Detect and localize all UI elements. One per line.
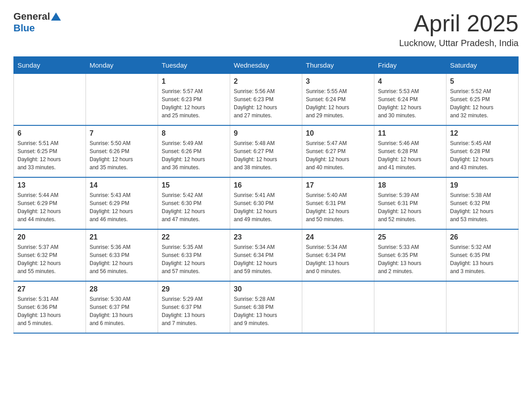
day-number: 4 <box>378 77 442 86</box>
calendar-cell <box>302 281 374 333</box>
month-title: April 2025 <box>399 11 519 36</box>
day-info: Sunrise: 5:34 AM Sunset: 6:34 PM Dayligh… <box>234 243 298 275</box>
day-info: Sunrise: 5:50 AM Sunset: 6:26 PM Dayligh… <box>90 139 154 171</box>
day-info: Sunrise: 5:57 AM Sunset: 6:23 PM Dayligh… <box>162 87 226 120</box>
day-info: Sunrise: 5:30 AM Sunset: 6:37 PM Dayligh… <box>90 295 154 327</box>
day-info: Sunrise: 5:47 AM Sunset: 6:27 PM Dayligh… <box>306 139 370 171</box>
calendar-week-row: 1Sunrise: 5:57 AM Sunset: 6:23 PM Daylig… <box>14 74 519 126</box>
calendar-cell: 27Sunrise: 5:31 AM Sunset: 6:36 PM Dayli… <box>14 281 86 333</box>
calendar-cell: 7Sunrise: 5:50 AM Sunset: 6:26 PM Daylig… <box>86 125 158 177</box>
calendar-cell: 8Sunrise: 5:49 AM Sunset: 6:26 PM Daylig… <box>158 125 230 177</box>
day-info: Sunrise: 5:29 AM Sunset: 6:37 PM Dayligh… <box>162 295 226 327</box>
weekday-header-row: SundayMondayTuesdayWednesdayThursdayFrid… <box>14 57 519 74</box>
day-info: Sunrise: 5:55 AM Sunset: 6:24 PM Dayligh… <box>306 87 370 120</box>
day-number: 10 <box>306 129 370 137</box>
calendar-cell: 9Sunrise: 5:48 AM Sunset: 6:27 PM Daylig… <box>230 125 302 177</box>
day-number: 21 <box>90 233 154 241</box>
day-info: Sunrise: 5:40 AM Sunset: 6:31 PM Dayligh… <box>306 191 370 223</box>
day-info: Sunrise: 5:38 AM Sunset: 6:32 PM Dayligh… <box>450 191 515 223</box>
calendar-cell <box>446 281 519 333</box>
calendar-cell: 19Sunrise: 5:38 AM Sunset: 6:32 PM Dayli… <box>446 177 519 229</box>
calendar-cell: 2Sunrise: 5:56 AM Sunset: 6:23 PM Daylig… <box>230 74 302 126</box>
day-info: Sunrise: 5:53 AM Sunset: 6:24 PM Dayligh… <box>378 87 442 120</box>
page-header: General Blue April 2025 Lucknow, Uttar P… <box>13 11 519 48</box>
weekday-header-monday: Monday <box>86 57 158 74</box>
day-number: 26 <box>450 233 515 241</box>
day-number: 28 <box>90 285 154 293</box>
title-section: April 2025 Lucknow, Uttar Pradesh, India <box>399 11 519 48</box>
day-number: 15 <box>162 181 226 189</box>
day-number: 2 <box>234 77 298 86</box>
day-info: Sunrise: 5:44 AM Sunset: 6:29 PM Dayligh… <box>17 191 82 223</box>
day-number: 27 <box>17 285 82 293</box>
calendar-cell: 20Sunrise: 5:37 AM Sunset: 6:32 PM Dayli… <box>14 229 86 281</box>
day-number: 8 <box>162 129 226 137</box>
day-number: 6 <box>17 129 82 137</box>
day-number: 16 <box>234 181 298 189</box>
calendar-cell: 21Sunrise: 5:36 AM Sunset: 6:33 PM Dayli… <box>86 229 158 281</box>
weekday-header-sunday: Sunday <box>14 57 86 74</box>
calendar-week-row: 27Sunrise: 5:31 AM Sunset: 6:36 PM Dayli… <box>14 281 519 333</box>
day-info: Sunrise: 5:28 AM Sunset: 6:38 PM Dayligh… <box>234 295 298 327</box>
day-number: 25 <box>378 233 442 241</box>
weekday-header-tuesday: Tuesday <box>158 57 230 74</box>
calendar-cell: 18Sunrise: 5:39 AM Sunset: 6:31 PM Dayli… <box>374 177 446 229</box>
day-info: Sunrise: 5:48 AM Sunset: 6:27 PM Dayligh… <box>234 139 298 171</box>
calendar-cell: 14Sunrise: 5:43 AM Sunset: 6:29 PM Dayli… <box>86 177 158 229</box>
day-number: 22 <box>162 233 226 241</box>
calendar-cell: 10Sunrise: 5:47 AM Sunset: 6:27 PM Dayli… <box>302 125 374 177</box>
weekday-header-thursday: Thursday <box>302 57 374 74</box>
weekday-header-friday: Friday <box>374 57 446 74</box>
svg-marker-0 <box>51 13 61 21</box>
day-number: 18 <box>378 181 442 189</box>
location-title: Lucknow, Uttar Pradesh, India <box>399 38 519 48</box>
day-info: Sunrise: 5:42 AM Sunset: 6:30 PM Dayligh… <box>162 191 226 223</box>
calendar-cell: 16Sunrise: 5:41 AM Sunset: 6:30 PM Dayli… <box>230 177 302 229</box>
day-info: Sunrise: 5:43 AM Sunset: 6:29 PM Dayligh… <box>90 191 154 223</box>
day-number: 30 <box>234 285 298 293</box>
calendar-cell <box>14 74 86 126</box>
weekday-header-saturday: Saturday <box>446 57 519 74</box>
calendar-cell: 6Sunrise: 5:51 AM Sunset: 6:25 PM Daylig… <box>14 125 86 177</box>
day-info: Sunrise: 5:56 AM Sunset: 6:23 PM Dayligh… <box>234 87 298 120</box>
day-number: 23 <box>234 233 298 241</box>
calendar-cell: 17Sunrise: 5:40 AM Sunset: 6:31 PM Dayli… <box>302 177 374 229</box>
day-number: 11 <box>378 129 442 137</box>
logo-general-text: General <box>13 11 50 22</box>
day-info: Sunrise: 5:34 AM Sunset: 6:34 PM Dayligh… <box>306 243 370 275</box>
day-number: 14 <box>90 181 154 189</box>
day-number: 20 <box>17 233 82 241</box>
day-info: Sunrise: 5:33 AM Sunset: 6:35 PM Dayligh… <box>378 243 442 275</box>
calendar-cell: 3Sunrise: 5:55 AM Sunset: 6:24 PM Daylig… <box>302 74 374 126</box>
day-number: 12 <box>450 129 515 137</box>
calendar-cell: 4Sunrise: 5:53 AM Sunset: 6:24 PM Daylig… <box>374 74 446 126</box>
calendar-cell <box>374 281 446 333</box>
day-info: Sunrise: 5:32 AM Sunset: 6:35 PM Dayligh… <box>450 243 515 275</box>
calendar-cell: 24Sunrise: 5:34 AM Sunset: 6:34 PM Dayli… <box>302 229 374 281</box>
calendar-cell: 11Sunrise: 5:46 AM Sunset: 6:28 PM Dayli… <box>374 125 446 177</box>
calendar-cell: 23Sunrise: 5:34 AM Sunset: 6:34 PM Dayli… <box>230 229 302 281</box>
day-number: 1 <box>162 77 226 86</box>
day-info: Sunrise: 5:39 AM Sunset: 6:31 PM Dayligh… <box>378 191 442 223</box>
calendar-cell: 12Sunrise: 5:45 AM Sunset: 6:28 PM Dayli… <box>446 125 519 177</box>
calendar-cell: 5Sunrise: 5:52 AM Sunset: 6:25 PM Daylig… <box>446 74 519 126</box>
calendar-week-row: 6Sunrise: 5:51 AM Sunset: 6:25 PM Daylig… <box>14 125 519 177</box>
day-info: Sunrise: 5:36 AM Sunset: 6:33 PM Dayligh… <box>90 243 154 275</box>
logo-blue-text: Blue <box>13 22 35 34</box>
day-info: Sunrise: 5:49 AM Sunset: 6:26 PM Dayligh… <box>162 139 226 171</box>
day-number: 13 <box>17 181 82 189</box>
day-info: Sunrise: 5:35 AM Sunset: 6:33 PM Dayligh… <box>162 243 226 275</box>
day-number: 5 <box>450 77 515 86</box>
day-number: 7 <box>90 129 154 137</box>
calendar-cell: 1Sunrise: 5:57 AM Sunset: 6:23 PM Daylig… <box>158 74 230 126</box>
day-number: 9 <box>234 129 298 137</box>
weekday-header-wednesday: Wednesday <box>230 57 302 74</box>
day-info: Sunrise: 5:45 AM Sunset: 6:28 PM Dayligh… <box>450 139 515 171</box>
calendar-table: SundayMondayTuesdayWednesdayThursdayFrid… <box>13 56 519 334</box>
calendar-cell: 22Sunrise: 5:35 AM Sunset: 6:33 PM Dayli… <box>158 229 230 281</box>
day-info: Sunrise: 5:51 AM Sunset: 6:25 PM Dayligh… <box>17 139 82 171</box>
calendar-week-row: 13Sunrise: 5:44 AM Sunset: 6:29 PM Dayli… <box>14 177 519 229</box>
day-number: 19 <box>450 181 515 189</box>
logo: General Blue <box>13 11 61 34</box>
day-info: Sunrise: 5:46 AM Sunset: 6:28 PM Dayligh… <box>378 139 442 171</box>
